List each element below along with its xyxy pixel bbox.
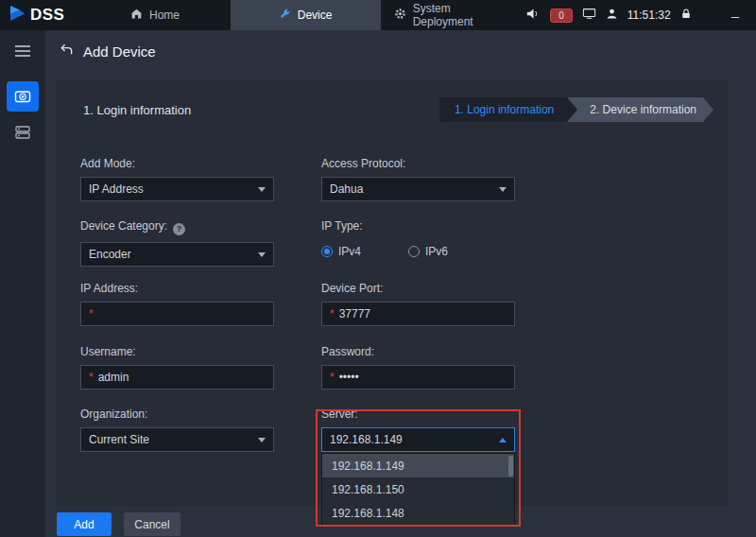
gear-icon: [394, 8, 406, 23]
add-mode-select[interactable]: IP Address: [80, 177, 274, 201]
chevron-down-icon: [258, 252, 266, 257]
tab-device-label: Device: [298, 9, 333, 22]
clock: 11:51:32: [627, 9, 671, 22]
add-mode-label: Add Mode:: [80, 157, 274, 170]
add-mode-field: Add Mode: IP Address: [80, 157, 274, 201]
organization-label: Organization:: [80, 407, 274, 421]
chevron-down-icon: [258, 187, 266, 192]
access-protocol-select[interactable]: Dahua: [321, 177, 515, 201]
server-label: Server:: [321, 407, 515, 421]
server-option[interactable]: 192.168.1.150: [322, 477, 514, 501]
tab-system-deployment-label: System Deployment: [413, 2, 514, 28]
topbar-status-area: 0 11:51:32 –: [526, 7, 756, 24]
chevron-down-icon: [499, 187, 507, 192]
dss-logo-text: DSS: [30, 6, 64, 25]
required-mark: *: [89, 307, 94, 320]
tab-system-deployment[interactable]: System Deployment: [381, 0, 527, 30]
ip-type-radio-group: IPv4 IPv6: [321, 239, 515, 264]
device-category-label: Device Category:: [80, 219, 167, 233]
username-label: Username:: [80, 345, 274, 358]
radio-dot-ipv4: [321, 246, 333, 257]
user-icon[interactable]: [606, 7, 618, 24]
ip-type-label: IP Type:: [321, 219, 515, 233]
add-mode-value: IP Address: [89, 182, 144, 196]
tab-device[interactable]: Device: [231, 0, 381, 30]
organization-select[interactable]: Current Site: [80, 427, 274, 452]
dss-logo-icon: [8, 4, 26, 26]
device-category-field: Device Category:? Encoder: [80, 219, 274, 267]
required-mark: *: [330, 371, 335, 384]
wrench-icon: [279, 8, 291, 23]
username-value: admin: [98, 371, 129, 384]
server-dropdown-list: 192.168.1.149 192.168.1.150 192.168.1.14…: [321, 453, 515, 526]
device-port-field: Device Port: * 37777: [321, 282, 515, 326]
chevron-down-icon: [258, 438, 266, 442]
home-icon: [130, 8, 143, 23]
radio-ipv4-label: IPv4: [338, 245, 361, 258]
ip-address-field: IP Address: *: [80, 282, 274, 326]
radio-ipv4[interactable]: IPv4: [321, 245, 361, 258]
page-title: Add Device: [83, 43, 156, 60]
device-port-value: 37777: [339, 307, 370, 320]
section-title: 1. Login information: [83, 103, 191, 117]
tab-home[interactable]: Home: [79, 0, 230, 30]
ip-type-field: IP Type: IPv4 IPv6: [321, 219, 515, 264]
device-category-select[interactable]: Encoder: [80, 242, 274, 267]
main-nav: Home Device System Deployment: [79, 0, 526, 30]
username-input[interactable]: * admin: [80, 365, 274, 390]
sidebar: [0, 30, 45, 537]
monitor-icon[interactable]: [582, 7, 596, 24]
password-input[interactable]: * •••••: [321, 365, 515, 390]
tab-home-label: Home: [149, 9, 180, 22]
lock-icon[interactable]: [680, 7, 692, 24]
top-bar: DSS Home Device System Deployment: [0, 0, 756, 30]
radio-ipv6-label: IPv6: [425, 245, 448, 258]
sidebar-item-device-list[interactable]: [7, 117, 39, 147]
minimize-button[interactable]: –: [728, 8, 743, 24]
username-field: Username: * admin: [80, 345, 274, 390]
required-mark: *: [89, 371, 94, 384]
server-select[interactable]: 192.168.1.149: [321, 427, 515, 452]
add-button[interactable]: Add: [57, 512, 112, 536]
cancel-button[interactable]: Cancel: [124, 512, 180, 536]
password-field: Password: * •••••: [321, 345, 515, 390]
page-titlebar: Add Device: [45, 30, 756, 72]
hamburger-menu-icon[interactable]: [0, 30, 45, 72]
device-port-input[interactable]: * 37777: [321, 302, 515, 326]
app-window: DSS Home Device System Deployment: [0, 0, 756, 537]
access-protocol-value: Dahua: [330, 182, 363, 196]
required-mark: *: [330, 307, 335, 320]
device-port-label: Device Port:: [321, 282, 515, 295]
ip-address-input[interactable]: *: [80, 302, 274, 326]
login-information-panel: 1. Login information 1. Login informatio…: [57, 80, 728, 506]
radio-dot-ipv6: [408, 246, 420, 257]
alarm-count-badge[interactable]: 0: [550, 9, 573, 23]
server-value: 192.168.1.149: [330, 433, 403, 446]
radio-ipv6[interactable]: IPv6: [408, 245, 448, 258]
step-device-information[interactable]: 2. Device information: [567, 97, 713, 122]
speaker-icon[interactable]: [526, 7, 541, 24]
step-login-information[interactable]: 1. Login information: [439, 97, 576, 122]
device-category-value: Encoder: [89, 248, 131, 261]
server-option[interactable]: 192.168.1.149: [322, 454, 514, 477]
dss-logo: DSS: [0, 4, 79, 26]
password-value: •••••: [339, 371, 359, 384]
organization-value: Current Site: [89, 433, 149, 446]
access-protocol-label: Access Protocol:: [321, 157, 515, 170]
chevron-up-icon: [499, 438, 507, 442]
sidebar-item-add-device[interactable]: [7, 81, 39, 112]
organization-field: Organization: Current Site: [80, 407, 274, 452]
server-field: Server: 192.168.1.149: [321, 407, 515, 452]
password-label: Password:: [321, 345, 515, 358]
back-icon[interactable]: [59, 43, 74, 61]
help-icon[interactable]: ?: [173, 223, 185, 235]
ip-address-label: IP Address:: [80, 282, 274, 295]
wizard-stepper: 1. Login information 2. Device informati…: [439, 97, 713, 122]
access-protocol-field: Access Protocol: Dahua: [321, 157, 515, 201]
server-option[interactable]: 192.168.1.148: [322, 501, 514, 525]
dropdown-scrollbar-thumb[interactable]: [508, 456, 513, 476]
